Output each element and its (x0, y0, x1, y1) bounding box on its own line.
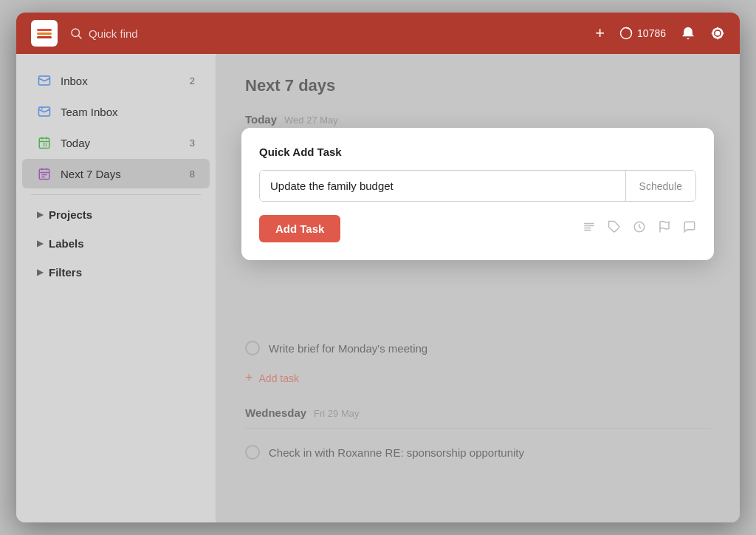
reminder-icon-button[interactable] (633, 220, 646, 237)
sidebar-inbox-count: 2 (190, 75, 195, 86)
modal-icon-row (583, 220, 696, 237)
svg-point-0 (72, 29, 80, 37)
modal-title: Quick Add Task (259, 146, 696, 158)
karma-display: 10786 (619, 27, 666, 40)
sidebar-next7days-label: Next 7 Days (61, 168, 181, 180)
gear-icon (710, 26, 725, 41)
karma-value: 10786 (637, 27, 666, 39)
next7days-icon (37, 166, 52, 181)
sidebar-labels-label: Labels (49, 237, 84, 250)
sidebar-item-next7days[interactable]: Next 7 Days 8 (22, 159, 210, 188)
search-placeholder: Quick find (89, 27, 138, 40)
chevron-right-icon: ▶ (37, 268, 43, 277)
modal-actions: Add Task (259, 215, 696, 242)
sidebar: Inbox 2 Team Inbox (16, 54, 216, 522)
app-logo[interactable] (31, 20, 58, 47)
sidebar-next7days-count: 8 (190, 168, 195, 180)
team-inbox-icon (37, 104, 52, 119)
inbox-icon (37, 73, 52, 88)
svg-text:21: 21 (43, 143, 48, 147)
add-button[interactable]: + (595, 24, 605, 43)
sidebar-section-labels[interactable]: ▶ Labels (22, 230, 210, 257)
sidebar-today-label: Today (61, 137, 181, 149)
sidebar-item-inbox[interactable]: Inbox 2 (22, 66, 210, 95)
sidebar-filters-label: Filters (49, 266, 82, 279)
bell-icon (681, 26, 695, 41)
sidebar-inbox-label: Inbox (61, 75, 181, 87)
label-icon (608, 220, 621, 234)
label-icon-button[interactable] (608, 220, 621, 237)
search-bar[interactable]: Quick find (69, 27, 583, 40)
today-icon: 21 (37, 135, 52, 150)
add-task-button[interactable]: Add Task (259, 215, 340, 242)
priority-icon-button[interactable] (658, 220, 671, 237)
sidebar-section-filters[interactable]: ▶ Filters (22, 259, 210, 286)
list-icon-button[interactable] (583, 220, 596, 237)
comment-icon-button[interactable] (683, 220, 696, 237)
search-icon (69, 27, 83, 40)
sidebar-today-count: 3 (190, 137, 195, 149)
sidebar-team-inbox-label: Team Inbox (61, 106, 186, 118)
header: Quick find + 10786 (16, 13, 740, 54)
settings-button[interactable] (710, 26, 725, 41)
svg-line-1 (78, 35, 81, 38)
sidebar-item-today[interactable]: 21 Today 3 (22, 128, 210, 157)
schedule-label: Schedule (639, 180, 682, 192)
karma-icon (619, 27, 633, 40)
notification-button[interactable] (681, 26, 695, 41)
header-actions: + 10786 (595, 24, 725, 43)
list-icon (583, 220, 596, 234)
task-input-row: Schedule (259, 170, 696, 202)
sidebar-divider (31, 194, 201, 195)
flag-icon (658, 220, 671, 234)
schedule-button[interactable]: Schedule (625, 171, 695, 201)
reminder-icon (633, 220, 646, 234)
sidebar-item-team-inbox[interactable]: Team Inbox (22, 97, 210, 126)
content-area: Next 7 days Today Wed 27 May Review pend… (216, 54, 740, 522)
add-icon: + (595, 24, 605, 43)
modal-overlay: Quick Add Task Schedule Add Task (216, 54, 740, 522)
app-window: Quick find + 10786 (16, 13, 740, 522)
chevron-right-icon: ▶ (37, 239, 43, 248)
add-task-button-label: Add Task (275, 222, 324, 235)
main-layout: Inbox 2 Team Inbox (16, 54, 740, 522)
sidebar-projects-label: Projects (49, 208, 92, 221)
chevron-right-icon: ▶ (37, 210, 43, 219)
quick-add-modal: Quick Add Task Schedule Add Task (241, 128, 714, 260)
sidebar-section-projects[interactable]: ▶ Projects (22, 201, 210, 228)
task-name-input[interactable] (260, 171, 625, 201)
comment-icon (683, 220, 696, 234)
